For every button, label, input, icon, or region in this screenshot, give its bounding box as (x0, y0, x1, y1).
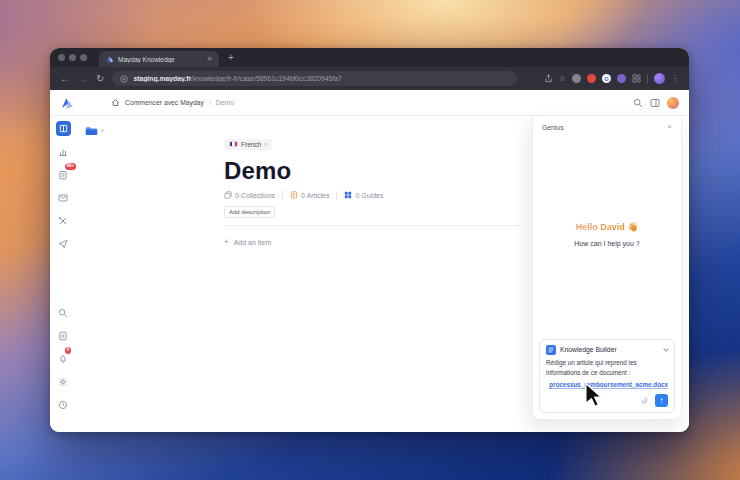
extension-red-icon[interactable] (587, 74, 596, 83)
sidebar-item-search[interactable] (56, 305, 71, 320)
mayday-logo-icon[interactable] (60, 96, 74, 110)
stats-divider (336, 191, 337, 199)
knowledge-builder-icon (546, 345, 556, 355)
clock-icon (58, 400, 68, 410)
url-domain: staging.mayday.fr (133, 75, 191, 82)
window-zoom-button[interactable] (80, 54, 87, 61)
stat-articles: 0 Articles (290, 191, 329, 199)
tree-root-folder[interactable]: › (85, 126, 210, 136)
new-tab-button[interactable]: + (228, 53, 234, 63)
window-close-button[interactable] (58, 54, 65, 61)
user-avatar[interactable] (667, 97, 679, 109)
send-arrow-icon: ↑ (660, 397, 664, 405)
breadcrumb-root[interactable]: Commencer avec Mayday (125, 99, 204, 106)
bookmark-star-icon[interactable]: ☆ (559, 75, 566, 83)
sidebar-item-history[interactable] (56, 397, 71, 412)
clipboard-icon (58, 170, 68, 180)
sidebar-item-tools[interactable] (56, 213, 71, 228)
bell-icon (58, 354, 68, 364)
mayday-favicon-icon (106, 55, 114, 63)
panel-icon[interactable] (650, 98, 660, 108)
url-text: staging.mayday.fr/knowledge/fr-fr/case/5… (133, 75, 341, 82)
share-icon[interactable] (544, 74, 553, 83)
tab-close-icon[interactable]: × (207, 55, 212, 63)
window-controls (58, 54, 87, 61)
sidebar-rail: 99+ (50, 116, 76, 432)
toolbar-right-cluster: ☆ G ⋮ (544, 73, 679, 84)
back-icon[interactable]: ← (60, 74, 70, 84)
extension-purple-icon[interactable] (617, 74, 626, 83)
stat-collections: 0 Collections (224, 191, 275, 199)
app-header-right (633, 97, 679, 109)
sidebar-item-inbox[interactable] (56, 190, 71, 205)
plus-icon: + (224, 238, 229, 246)
browser-profile-avatar[interactable] (654, 73, 665, 84)
mayday-app: Commencer avec Mayday / Demo (50, 90, 689, 432)
language-chevron-icon: › (264, 141, 266, 148)
guides-icon (344, 191, 352, 199)
app-header: Commencer avec Mayday / Demo (50, 90, 689, 116)
knowledge-builder-selector[interactable]: Knowledge Builder (546, 345, 668, 355)
attach-file-icon[interactable] (641, 397, 649, 405)
attachment-link[interactable]: processus_remboursement_acme.docx (546, 381, 668, 389)
browser-toolbar: ← → ↻ staging.mayday.fr/knowledge/fr-fr/… (50, 67, 689, 90)
url-path: /knowledge/fr-fr/case/58961c194bf0cc3820… (191, 75, 342, 82)
browser-menu-icon[interactable]: ⋮ (671, 75, 679, 83)
extensions-puzzle-icon[interactable] (632, 74, 641, 83)
sidebar-item-knowledge[interactable] (56, 121, 71, 136)
sidebar-item-analytics[interactable] (56, 144, 71, 159)
extension-google-icon[interactable]: G (602, 74, 611, 83)
stats-divider (282, 191, 283, 199)
sidebar-item-notifications[interactable]: 4 (56, 351, 71, 366)
genius-close-icon[interactable]: × (667, 123, 672, 131)
send-button[interactable]: ↑ (655, 394, 668, 407)
knowledge-builder-label: Knowledge Builder (560, 346, 617, 353)
genius-greeting: Hello David 👋 (576, 222, 639, 232)
french-flag-icon (229, 141, 238, 147)
chart-icon (58, 147, 68, 157)
articles-icon (290, 191, 298, 199)
reload-icon[interactable]: ↻ (96, 74, 104, 84)
composer-actions: ↑ (546, 394, 668, 407)
gear-icon (58, 377, 68, 387)
add-description-button[interactable]: Add description (224, 206, 275, 218)
breadcrumb-current: Demo (216, 99, 234, 106)
site-info-icon[interactable] (120, 75, 128, 83)
stat-collections-label: 0 Collections (235, 192, 275, 199)
mail-icon (58, 193, 68, 203)
composer-message[interactable]: Rédige un article qui reprend les inform… (546, 358, 668, 377)
mouse-cursor (584, 383, 603, 407)
stat-guides: 0 Guides (344, 191, 383, 199)
knowledge-tree: › (76, 116, 210, 432)
home-icon[interactable] (111, 98, 120, 107)
document-icon (58, 331, 68, 341)
sidebar-item-settings[interactable] (56, 374, 71, 389)
browser-tab-mayday[interactable]: Mayday Knowledge × (99, 51, 219, 67)
genius-composer[interactable]: Knowledge Builder Rédige un article qui … (539, 339, 675, 413)
breadcrumb-separator: / (209, 99, 211, 106)
tools-icon (58, 216, 68, 226)
search-icon[interactable] (633, 98, 643, 108)
genius-subtitle: How can I help you ? (574, 240, 639, 247)
genius-title: Genius (542, 124, 564, 131)
forward-icon[interactable]: → (78, 74, 88, 84)
language-selector[interactable]: French › (224, 139, 272, 150)
genius-header: Genius × (533, 116, 681, 136)
window-minimize-button[interactable] (69, 54, 76, 61)
content-divider (224, 225, 522, 226)
stat-articles-label: 0 Articles (301, 192, 329, 199)
chevron-down-icon[interactable] (663, 346, 669, 352)
sidebar-item-export[interactable] (56, 328, 71, 343)
attachment-name[interactable]: processus_remboursement_acme.docx (549, 381, 668, 389)
sidebar-item-tasks[interactable]: 99+ (56, 167, 71, 182)
search-icon (58, 308, 68, 318)
genius-panel: Genius × Hello David 👋 How can I help yo… (532, 116, 682, 420)
extension-gray-icon[interactable] (572, 74, 581, 83)
browser-window: Mayday Knowledge × + ← → ↻ staging.mayda… (50, 48, 689, 432)
browser-tabstrip: Mayday Knowledge × + (50, 48, 689, 67)
sidebar-item-campaigns[interactable] (56, 236, 71, 251)
knowledge-book-icon (59, 124, 68, 133)
folder-icon (85, 126, 98, 136)
url-bar[interactable]: staging.mayday.fr/knowledge/fr-fr/case/5… (112, 71, 517, 86)
tree-chevron-icon[interactable]: › (101, 127, 104, 135)
